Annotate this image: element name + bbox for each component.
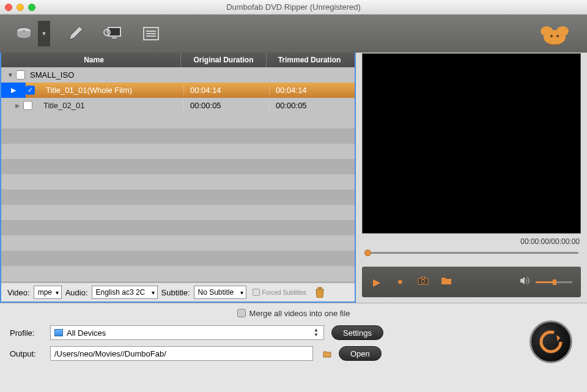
merge-label: Merge all videos into one file [249,309,350,318]
play-button-icon[interactable]: ▶ [371,276,383,288]
window-title: Dumbofab DVD Ripper (Unregistered) [0,2,587,12]
column-trimmed-duration[interactable]: Trimmed Duration [267,53,352,67]
preview-panel: 00:00:00/00:00:00 ▶ ■ [356,53,587,303]
play-indicator-icon: ▶ [1,83,26,98]
trimmed-duration: 00:00:05 [269,101,355,110]
output-path-value: /Users/neo/Movies//DumboFab/ [54,349,166,358]
open-folder-button-icon[interactable] [440,276,452,287]
group-name: SMALL_ISO [30,70,183,80]
app-logo-icon: dumbo [533,20,576,47]
profile-value: All Devices [67,328,106,338]
output-path-input[interactable]: /Users/neo/Movies//DumboFab/ [50,346,313,361]
load-disc-dropdown[interactable]: ▼ [38,21,50,46]
column-name[interactable]: Name [1,53,181,67]
subtitle-select[interactable]: No Subtitle [194,286,246,299]
stop-button-icon[interactable]: ■ [394,278,406,286]
open-output-button[interactable]: Open [339,346,382,361]
svg-point-10 [541,26,553,36]
profile-stepper-icon[interactable]: ▲▼ [314,328,322,338]
table-group-row[interactable]: ▼ SMALL_ISO [1,67,355,83]
devices-icon [54,329,63,336]
svg-rect-3 [112,37,117,39]
bottom-panel: Merge all videos into one file Profile: … [0,303,587,374]
load-disc-button[interactable] [11,21,37,46]
svg-point-12 [550,35,553,37]
profile-label: Profile: [10,328,43,338]
profile-select[interactable]: All Devices ▲▼ [50,325,324,340]
preview-controls-bar: ▶ ■ [362,267,581,297]
video-format-select[interactable]: mpe [34,286,62,299]
video-label: Video: [7,288,30,297]
output-label: Output: [10,349,43,358]
table-header-row: Name Original Duration Trimmed Duration [1,53,355,67]
title-checkbox[interactable]: ✓ [26,86,35,95]
group-checkbox[interactable] [16,70,25,80]
format-options-bar: Video: mpe Audio: English ac3 2C Subtitl… [1,283,355,301]
volume-icon[interactable] [519,276,531,287]
preview-video-area[interactable] [362,53,581,234]
window-titlebar: Dumbofab DVD Ripper (Unregistered) [0,0,587,15]
expand-toggle-icon[interactable]: ▼ [5,72,16,78]
table-row[interactable]: ▶ Title_02_01 00:00:05 00:00:05 [1,98,355,113]
audio-track-select[interactable]: English ac3 2C [92,286,158,299]
original-duration: 00:04:14 [183,86,269,95]
preview-seek-slider[interactable] [362,248,581,257]
convert-button[interactable] [530,320,572,363]
trash-button[interactable] [314,286,326,298]
volume-slider[interactable] [536,281,572,283]
settings-button[interactable]: Settings [331,325,383,340]
list-view-button[interactable] [138,21,164,46]
svg-text:dumbo: dumbo [549,43,561,46]
column-original-duration[interactable]: Original Duration [181,53,267,67]
title-list-table: Name Original Duration Trimmed Duration … [0,53,356,303]
preview-timecode: 00:00:00/00:00:00 [362,234,581,248]
forced-subtitles-toggle[interactable]: Forced Subtitles [253,289,306,296]
display-output-button[interactable] [100,21,126,46]
trimmed-duration: 00:04:14 [269,86,355,95]
merge-checkbox[interactable] [237,309,246,317]
title-checkbox[interactable] [23,101,32,110]
snapshot-button-icon[interactable] [417,276,429,287]
forced-subtitles-checkbox[interactable] [253,289,260,296]
svg-point-13 [556,35,559,37]
browse-output-folder-icon[interactable] [323,349,331,358]
audio-label: Audio: [65,288,88,297]
table-row[interactable]: ▶ ✓ Title_01_01(Whole Film) 00:04:14 00:… [1,83,355,98]
original-duration: 00:00:05 [183,101,269,110]
title-name: Title_01_01(Whole Film) [40,86,183,95]
main-toolbar: ▼ dumbo [0,15,587,53]
subtitle-label: Subtitle: [161,288,190,297]
seek-thumb[interactable] [364,250,371,256]
svg-point-18 [541,332,561,352]
svg-rect-17 [421,277,425,279]
expand-toggle-icon[interactable]: ▶ [12,102,23,109]
title-name: Title_02_01 [37,101,183,110]
edit-button[interactable] [62,21,88,46]
volume-thumb[interactable] [553,279,556,285]
svg-point-11 [556,26,569,36]
forced-subtitles-label: Forced Subtitles [262,289,306,296]
